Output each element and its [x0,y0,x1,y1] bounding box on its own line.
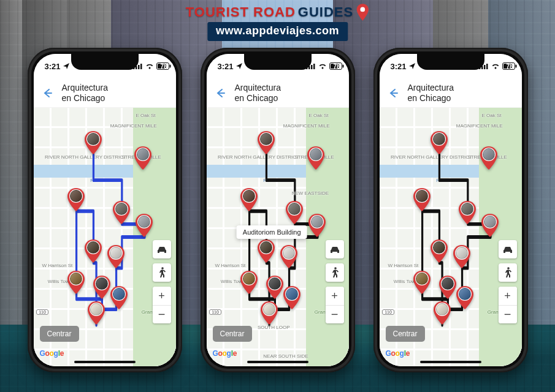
district-label: NEAR SOUTH SIDE [263,353,308,359]
map-pin[interactable] [481,214,499,237]
phones-row: 3:21 [0,48,555,372]
car-mode-button[interactable] [326,240,344,258]
map-pin[interactable] [438,276,457,299]
arrow-left-icon [388,88,399,99]
status-time: 3:21 [45,62,61,71]
walk-mode-button[interactable] [326,263,344,282]
home-indicator [420,361,481,363]
map-pin[interactable] [480,146,498,170]
google-logo: Google [386,349,410,358]
map-pin[interactable] [430,239,448,263]
map-pin[interactable] [433,301,451,325]
map-pin[interactable] [257,131,275,154]
map-pin[interactable] [458,201,477,224]
map-view[interactable]: MAGNIFICENT MILE RIVER NORTH GALLERY DIS… [207,108,349,366]
map-pin[interactable] [93,276,111,299]
map-pin[interactable] [240,271,258,294]
status-right: 78 [479,62,513,70]
map-pin[interactable] [107,245,125,268]
map-pin[interactable] [453,245,471,268]
map-pin[interactable] [413,188,431,211]
svg-rect-42 [486,64,488,69]
title-line1: Arquitectura [408,83,454,92]
phone-screen: 3:21 [380,54,522,366]
map-pin[interactable] [280,245,298,268]
map-pin[interactable] [257,239,275,263]
map-view[interactable]: MAGNIFICENT MILE RIVER NORTH GALLERY DIS… [380,108,522,366]
map-pin[interactable] [285,201,304,224]
map-pin[interactable] [134,146,152,170]
wifi-icon [491,63,500,69]
zoom-out-button[interactable]: − [499,305,517,323]
svg-rect-3 [138,65,140,69]
map-pin[interactable] [67,271,85,294]
map-pin[interactable] [84,239,102,263]
arrow-left-icon [215,88,226,99]
google-logo: Google [213,349,237,358]
map-pin[interactable] [266,276,284,299]
app-header: Arquitectura en Chicago [34,78,176,108]
promo-banner: TOURIST ROAD GUIDES www.appdeviajes.com [186,4,369,41]
walk-mode-button[interactable] [153,263,171,282]
page-title: Arquitectura en Chicago [62,83,108,102]
svg-rect-21 [308,66,310,69]
walk-icon [158,267,166,278]
status-left: 3:21 [391,62,415,71]
app-header: Arquitectura en Chicago [207,78,349,108]
map-pin[interactable] [456,286,474,309]
map-pin[interactable] [135,214,153,237]
map-pin[interactable] [308,214,326,237]
recenter-button[interactable]: Centrar [386,326,425,342]
svg-point-19 [161,267,164,270]
location-arrow-icon [63,63,69,69]
home-indicator [247,361,308,363]
phone-mockup: 3:21 [373,48,528,372]
svg-point-0 [360,7,365,12]
map-pin[interactable] [430,131,448,154]
map-pin[interactable] [87,301,105,325]
map-pin[interactable] [260,301,278,325]
back-button[interactable] [210,83,230,103]
map-pin[interactable] [413,271,431,294]
zoom-out-button[interactable]: − [153,305,171,323]
map-controls: + − [153,240,171,323]
location-arrow-icon [409,63,415,69]
back-button[interactable] [383,83,403,103]
title-line2: en Chicago [235,93,281,103]
phone-screen: 3:21 [207,54,349,366]
recenter-button[interactable]: Centrar [40,326,79,342]
zoom-in-button[interactable]: + [326,287,344,305]
app-header: Arquitectura en Chicago [380,78,522,108]
back-button[interactable] [37,83,57,103]
phone-notch [244,54,312,70]
zoom-out-button[interactable]: − [326,305,344,323]
home-indicator [74,361,136,363]
car-icon [329,245,340,254]
walk-mode-button[interactable] [499,263,517,282]
wifi-icon [145,63,154,69]
map-pin[interactable] [112,201,131,224]
battery-pct: 78 [506,63,513,70]
location-arrow-icon [236,63,242,69]
map-pin[interactable] [240,188,258,211]
phone-screen: 3:21 [34,54,176,366]
banner-title: TOURIST ROAD GUIDES [186,4,369,21]
page-title: Arquitectura en Chicago [408,83,454,102]
car-mode-button[interactable] [499,240,517,258]
zoom-in-button[interactable]: + [499,287,517,305]
car-mode-button[interactable] [153,240,171,258]
recenter-button[interactable]: Centrar [213,326,252,342]
map-pin[interactable] [283,286,301,309]
map-pin[interactable] [110,286,128,309]
wifi-icon [318,63,327,69]
title-line2: en Chicago [408,93,454,103]
poi-callout[interactable]: Auditoriom Building [237,225,307,239]
map-pin[interactable] [67,188,85,211]
zoom-in-button[interactable]: + [153,287,171,305]
title-line1: Arquitectura [235,83,281,92]
banner-title-word1: TOURIST ROAD [186,4,296,20]
svg-rect-44 [516,65,517,68]
map-view[interactable]: MAGNIFICENT MILE RIVER NORTH GALLERY DIS… [34,108,176,366]
map-pin[interactable] [84,131,102,154]
map-pin[interactable] [307,146,325,170]
